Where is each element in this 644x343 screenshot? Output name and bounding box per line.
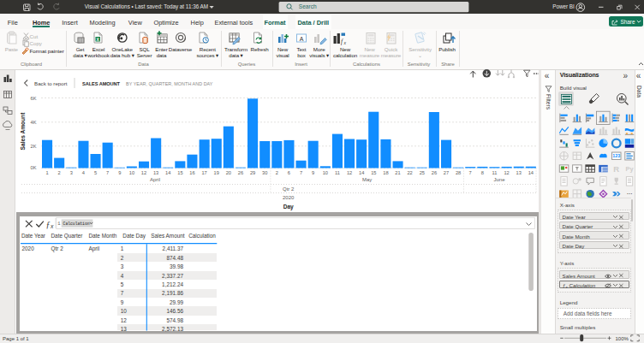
svg-text:Py: Py [626, 165, 635, 173]
svg-text:⋯: ⋯ [626, 190, 632, 198]
svg-text:123: 123 [612, 153, 620, 158]
svg-text:R: R [613, 164, 619, 174]
svg-text:100%: 100% [615, 336, 629, 341]
svg-text:x: x [564, 285, 568, 288]
